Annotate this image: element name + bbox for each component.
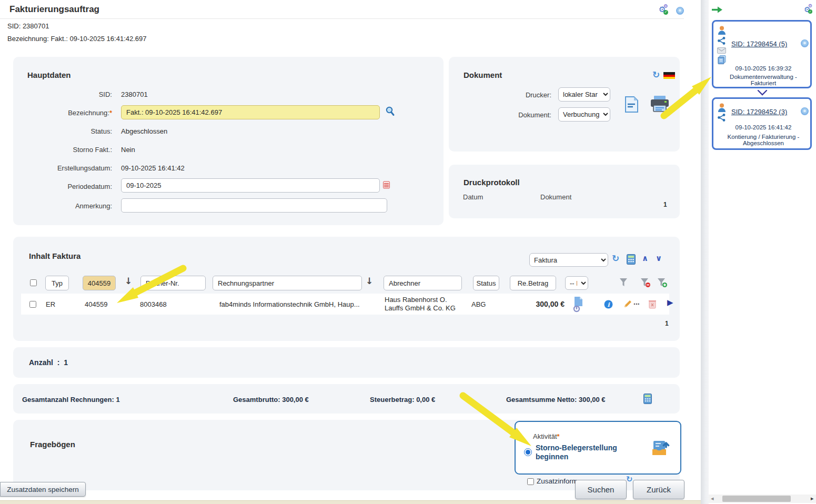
bezeichnung-label: Bezeichnung:* bbox=[13, 109, 112, 117]
document-copy-icon[interactable] bbox=[718, 55, 726, 64]
calendar-icon[interactable] bbox=[383, 181, 390, 189]
vertical-scrollbar[interactable] bbox=[701, 0, 709, 504]
share-icon-2[interactable] bbox=[718, 114, 726, 122]
german-flag-icon bbox=[663, 72, 675, 79]
anzahl-line: Anzahl : 1 bbox=[29, 358, 68, 367]
hscroll-left-arrow[interactable]: ◂ bbox=[711, 496, 714, 501]
header-bezeichnung: Bezeichnung: Fakt.: 09-10-2025 16:41:42.… bbox=[7, 35, 147, 43]
filter-re-betrag-input[interactable] bbox=[510, 276, 556, 290]
sid-link-1[interactable]: SID: 17298454 (5) bbox=[731, 40, 787, 48]
inhalt-faktura-title: Inhalt Faktura bbox=[29, 251, 80, 260]
refresh-icon[interactable]: ↻ bbox=[652, 70, 660, 79]
row-rechnungspartner: fab4minds Informationstechnik GmbH, Haup… bbox=[219, 300, 360, 308]
page-header: Fakturierungsauftrag bbox=[0, 0, 684, 19]
page-title: Fakturierungsauftrag bbox=[9, 4, 99, 15]
document-preview-icon[interactable] bbox=[624, 96, 639, 113]
storno-outbox-icon bbox=[651, 440, 670, 457]
card2-timestamp: 09-10-2025 16:41:42 bbox=[713, 124, 813, 130]
forward-arrow-icon[interactable] bbox=[711, 6, 723, 13]
anzahl-panel: Anzahl : 1 bbox=[13, 347, 680, 378]
filter-funnel-icon[interactable] bbox=[619, 278, 628, 287]
sid-link-2[interactable]: SID: 17298452 (3) bbox=[731, 108, 787, 116]
filter-add-icon[interactable] bbox=[657, 278, 668, 288]
druckprotokoll-panel: Druckprotokoll Datum Dokument 1 bbox=[449, 165, 680, 218]
sort-arrow-icon[interactable]: ↓ bbox=[125, 277, 132, 286]
fakturierungsauftrag-page: Fakturierungsauftrag ⚙⚙✓ SID: 2380701 Be… bbox=[0, 0, 816, 504]
total-netto: Gesamtsumme Netto: 300,00 € bbox=[506, 396, 606, 404]
fragebogen-title: Fragebögen bbox=[30, 440, 75, 449]
drucker-select[interactable]: lokaler Star bbox=[558, 87, 610, 102]
dokument-select[interactable]: Verbuchung bbox=[558, 107, 610, 122]
hauptdaten-title: Hauptdaten bbox=[27, 70, 71, 79]
delete-trash-icon[interactable] bbox=[648, 299, 657, 309]
druckprotokoll-page[interactable]: 1 bbox=[663, 201, 667, 208]
filter-typ-input[interactable] bbox=[45, 276, 69, 290]
open-row-arrow-icon[interactable]: ▶ bbox=[667, 299, 673, 307]
aktivitaet-radio[interactable] bbox=[524, 448, 532, 456]
filter-remove-icon[interactable] bbox=[640, 278, 651, 288]
filter-nr-input[interactable] bbox=[83, 276, 116, 290]
envelope-icon[interactable] bbox=[717, 47, 726, 54]
hscroll-right-arrow[interactable]: ▸ bbox=[811, 496, 814, 501]
filter-abrechner-input[interactable] bbox=[384, 276, 462, 290]
filter-mini-select[interactable]: -- I bbox=[565, 276, 588, 290]
process-gears-icon[interactable]: ⚙⚙✓ bbox=[659, 6, 666, 14]
row-partner-nr: 8003468 bbox=[140, 300, 167, 308]
help-disc-icon[interactable] bbox=[676, 7, 684, 15]
sidebar-gears-icon[interactable]: ⚙⚙✓ bbox=[804, 6, 811, 13]
total-brutto: Gesamtbrutto: 300,00 € bbox=[233, 396, 309, 404]
bottom-strip bbox=[0, 500, 708, 504]
search-magnifier-icon[interactable] bbox=[385, 106, 395, 116]
table-row[interactable]: ER 404559 8003468 fab4minds Informations… bbox=[21, 294, 669, 315]
printer-icon[interactable] bbox=[650, 96, 670, 113]
anmerkung-input[interactable] bbox=[121, 198, 387, 213]
periodedatum-input[interactable] bbox=[121, 178, 380, 193]
suchen-button[interactable]: Suchen bbox=[575, 480, 627, 499]
share-icon[interactable] bbox=[718, 37, 726, 45]
info-icon[interactable]: i bbox=[604, 300, 613, 309]
move-down-icon[interactable]: ∨ bbox=[656, 255, 662, 263]
dokument-title: Dokument bbox=[464, 70, 502, 79]
card1-desc-line2: Fakturiert bbox=[713, 80, 813, 86]
zurueck-button[interactable]: Zurück bbox=[633, 480, 684, 499]
row-typ: ER bbox=[46, 300, 55, 308]
zusatzinfo-refresh-icon[interactable]: ↻ bbox=[626, 476, 633, 483]
required-asterisk: * bbox=[109, 109, 112, 117]
row-status: ABG bbox=[471, 300, 486, 308]
totals-calculator-icon[interactable] bbox=[643, 394, 652, 404]
faktura-page[interactable]: 1 bbox=[665, 320, 669, 327]
more-actions-ellipsis[interactable]: ... bbox=[633, 298, 640, 306]
workflow-card-1[interactable]: SID: 17298454 (5) 09-10-2025 16:39:32 Do… bbox=[712, 20, 812, 88]
erstellungsdatum-value: 09-10-2025 16:41:42 bbox=[121, 164, 185, 172]
faktura-view-select[interactable]: Faktura bbox=[529, 253, 608, 267]
aktivitaet-option-label[interactable]: Storno-Belegerstellungbeginnen bbox=[536, 443, 617, 461]
table-calculator-icon[interactable] bbox=[627, 254, 636, 265]
sidebar-hscrollbar[interactable]: ◂ ▸ bbox=[709, 495, 816, 503]
card2-desc-line1: Kontierung / Fakturierung - bbox=[713, 134, 813, 140]
filter-partner-nr-input[interactable] bbox=[140, 276, 206, 290]
totals-panel: Gesamtanzahl Rechnungen: 1 Gesamtbrutto:… bbox=[13, 384, 680, 414]
aktivitaet-box: Aktivität* Storno-Belegerstellungbeginne… bbox=[515, 421, 681, 475]
user-avatar-icon-2 bbox=[718, 103, 726, 112]
druckprotokoll-title: Druckprotokoll bbox=[464, 178, 520, 187]
row-nr: 404559 bbox=[85, 300, 107, 308]
hscroll-thumb[interactable] bbox=[722, 496, 791, 502]
table-refresh-icon[interactable]: ↻ bbox=[612, 254, 619, 263]
move-up-icon[interactable]: ∧ bbox=[642, 255, 648, 263]
row-checkbox[interactable] bbox=[29, 301, 36, 308]
attachment-document-icon[interactable] bbox=[572, 297, 584, 313]
zusatzdaten-speichern-button[interactable]: Zusatzdaten speichern bbox=[0, 482, 86, 497]
workflow-card-2[interactable]: SID: 17298452 (3) 09-10-2025 16:41:42 Ko… bbox=[712, 97, 812, 150]
dokument-panel: Dokument ↻ Drucker: lokaler Star Dokumen… bbox=[449, 57, 680, 152]
card2-disc-icon[interactable] bbox=[801, 107, 809, 115]
select-all-checkbox[interactable] bbox=[30, 279, 37, 286]
total-rechnungen: Gesamtanzahl Rechnungen: 1 bbox=[22, 396, 120, 404]
filter-status-input[interactable] bbox=[473, 276, 499, 290]
edit-pencil-icon[interactable] bbox=[623, 299, 632, 309]
zusatzinfo-checkbox[interactable] bbox=[527, 478, 534, 485]
bezeichnung-input[interactable] bbox=[121, 105, 380, 119]
sid-label: SID: bbox=[13, 90, 112, 98]
sort-arrow-icon-2[interactable]: ↓ bbox=[366, 277, 373, 286]
card1-disc-icon[interactable] bbox=[801, 39, 809, 47]
filter-rechnungspartner-input[interactable] bbox=[213, 276, 362, 290]
